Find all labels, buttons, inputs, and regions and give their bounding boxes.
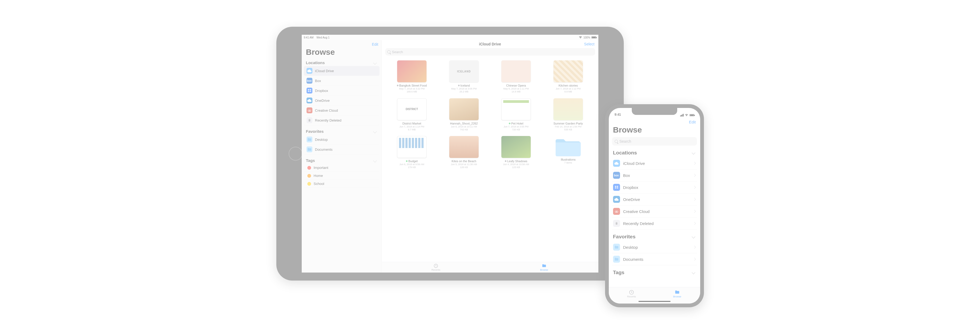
file-item[interactable]: Hannah_Shoot_2262Jun 6, 2018 at 10:11 AM… xyxy=(439,98,489,132)
file-size: 535 KB xyxy=(564,128,572,131)
favorites-header[interactable]: Favorites xyxy=(302,128,382,135)
tag-color-dot xyxy=(307,182,311,186)
file-date: Jun 6, 2018 at 10:11 AM xyxy=(451,125,477,128)
ipad-screen: 9:41 AM Wed Aug 1 100% Edit Browse xyxy=(302,35,598,272)
file-item[interactable]: Chinese OperaMay 8, 2018 at 1:11 PM14.8 … xyxy=(492,60,541,94)
battery-icon xyxy=(592,37,596,38)
main-panel: iCloud Drive Select Search Bangkok Stree… xyxy=(382,40,598,272)
chevron-right-icon xyxy=(693,198,696,201)
sidebar-item-desktop[interactable]: Desktop xyxy=(304,135,380,145)
tab-recents[interactable]: Recents xyxy=(382,262,490,272)
tab-recents-label: Recents xyxy=(627,295,636,298)
search-icon xyxy=(615,140,618,143)
file-name: Illustrations xyxy=(561,158,576,161)
battery-icon xyxy=(689,114,694,116)
home-button[interactable] xyxy=(289,147,302,161)
search-input[interactable]: Search xyxy=(612,137,697,146)
wifi-icon xyxy=(685,114,689,116)
locations-header[interactable]: Locations xyxy=(612,150,697,157)
box-icon: box xyxy=(613,172,620,179)
select-button[interactable]: Select xyxy=(584,42,595,46)
dropbox-icon xyxy=(307,87,312,94)
search-input[interactable]: Search xyxy=(385,48,595,56)
page-title: Browse xyxy=(612,125,697,137)
list-item-box[interactable]: boxBox xyxy=(612,169,697,181)
sidebar-item-label: Dropbox xyxy=(315,89,328,93)
file-thumbnail xyxy=(554,98,583,120)
file-item[interactable]: ICELANDIcelandMay 7, 2018 at 3:05 PM25.2… xyxy=(439,60,489,94)
tab-recents[interactable]: Recents xyxy=(609,287,654,300)
tag-school[interactable]: School xyxy=(304,180,380,188)
list-item-recently-deleted[interactable]: Recently Deleted xyxy=(612,218,697,229)
sidebar-item-dropbox[interactable]: Dropbox xyxy=(304,86,380,95)
file-item[interactable]: Pet HotelJun 7, 2018 at 3:55 PM720 KB xyxy=(492,98,541,132)
list-item-documents[interactable]: Documents xyxy=(612,253,697,265)
folder-icon xyxy=(613,244,620,251)
file-item[interactable]: Summer Garden PartyFeb 14, 2018 at 1:56 … xyxy=(544,98,593,132)
sidebar-item-creative-cloud[interactable]: Creative Cloud xyxy=(304,105,380,115)
edit-button[interactable]: Edit xyxy=(689,120,696,124)
status-bar: 9:41 AM Wed Aug 1 100% xyxy=(302,35,598,40)
favorites-header-label: Favorites xyxy=(306,129,324,134)
icloud-icon xyxy=(613,160,620,167)
locations-header-label: Locations xyxy=(613,150,637,156)
list-item-dropbox[interactable]: Dropbox xyxy=(612,181,697,194)
locations-header[interactable]: Locations xyxy=(302,59,382,66)
list-item-desktop[interactable]: Desktop xyxy=(612,241,697,253)
file-thumbnail: DISTRICT xyxy=(397,98,426,120)
list-item-creative-cloud[interactable]: Creative Cloud xyxy=(612,205,697,218)
tags-header[interactable]: Tags xyxy=(612,269,697,277)
tab-browse[interactable]: Browse xyxy=(654,287,700,300)
file-item[interactable]: Illustrations7 items xyxy=(544,136,593,169)
file-thumbnail xyxy=(501,136,531,158)
file-name: District Market xyxy=(402,122,421,125)
file-date: Jun 5, 2018 at 11:38 AM xyxy=(451,163,477,166)
notch xyxy=(632,108,677,115)
file-item[interactable]: DISTRICTDistrict MarketJun 7, 2018 at 1:… xyxy=(387,98,437,132)
search-placeholder: Search xyxy=(392,50,403,54)
list-item-icloud-drive[interactable]: iCloud Drive xyxy=(612,157,697,169)
folder-icon xyxy=(613,256,620,262)
tab-recents-label: Recents xyxy=(431,269,440,271)
list-item-label: Box xyxy=(623,173,630,178)
tag-label: Important xyxy=(314,165,328,170)
favorites-header[interactable]: Favorites xyxy=(612,233,697,241)
chevron-down-icon xyxy=(691,151,695,155)
file-date: May 8, 2018 at 1:11 PM xyxy=(503,87,529,90)
trash-icon xyxy=(307,117,312,123)
file-item[interactable]: Kites on the BeachJun 5, 2018 at 11:38 A… xyxy=(439,136,489,169)
sidebar-item-onedrive[interactable]: OneDrive xyxy=(304,95,380,105)
tab-browse[interactable]: Browse xyxy=(490,262,598,272)
chevron-right-icon xyxy=(693,246,696,248)
shared-dot-icon xyxy=(458,85,460,86)
sidebar-item-label: Recently Deleted xyxy=(315,118,342,122)
file-name: Leafy Shadows xyxy=(505,159,527,163)
tag-label: Home xyxy=(314,174,323,178)
sidebar-item-box[interactable]: boxBox xyxy=(304,76,380,86)
chevron-down-icon xyxy=(691,235,695,239)
file-item[interactable]: Leafy ShadowsJun 4, 2018 at 10:56 AM123 … xyxy=(492,136,541,169)
sidebar-item-documents[interactable]: Documents xyxy=(304,145,380,154)
onedrive-icon xyxy=(307,97,312,103)
file-item[interactable]: Kitchen storiesJun 7, 2018 at 1:12 PM9.8… xyxy=(544,60,593,94)
box-icon: box xyxy=(307,78,312,84)
shared-dot-icon xyxy=(509,122,511,124)
edit-button[interactable]: Edit xyxy=(372,42,378,46)
file-item[interactable]: BudgetJun 6, 2018 at 9:59 AM179 KB xyxy=(387,136,437,169)
file-size: 128 KB xyxy=(460,166,468,169)
sidebar-item-icloud-drive[interactable]: iCloud Drive xyxy=(304,66,380,76)
list-item-onedrive[interactable]: OneDrive xyxy=(612,194,697,205)
file-date: Jun 6, 2018 at 9:59 AM xyxy=(399,163,425,166)
file-thumbnail xyxy=(554,60,583,82)
home-indicator[interactable] xyxy=(638,301,671,302)
file-size: 742 KB xyxy=(460,128,468,131)
file-item[interactable]: Bangkok Street FoodMay 7, 2018 at 3:22 P… xyxy=(387,60,437,94)
file-thumbnail xyxy=(397,136,426,158)
tags-header[interactable]: Tags xyxy=(302,157,382,164)
sidebar-item-recently-deleted[interactable]: Recently Deleted xyxy=(304,115,380,125)
tag-important[interactable]: Important xyxy=(304,164,380,172)
chevron-right-icon xyxy=(693,186,696,189)
tag-home[interactable]: Home xyxy=(304,172,380,180)
file-size: 9.8 MB xyxy=(565,90,572,93)
file-size: 14.8 MB xyxy=(512,90,520,93)
